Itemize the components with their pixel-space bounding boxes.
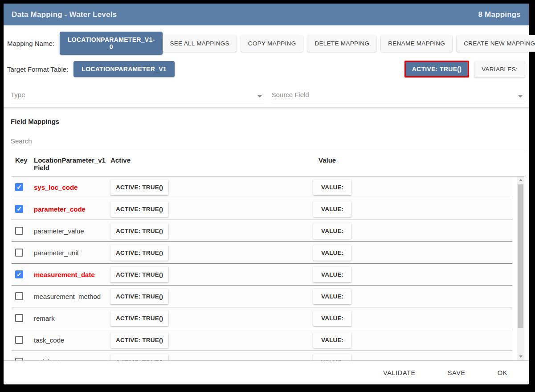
value-cell: VALUE: xyxy=(313,289,512,304)
column-header-value: Value xyxy=(313,156,524,164)
row-value-button[interactable]: VALUE: xyxy=(313,310,351,326)
mapping-name-button[interactable]: LOCATIONPARAMETER_V1-0 xyxy=(60,32,163,55)
create-new-mapping-button[interactable]: CREATE NEW MAPPING xyxy=(457,35,535,52)
key-cell xyxy=(12,314,30,322)
scrollbar-thumb[interactable] xyxy=(518,184,523,328)
row-active-button[interactable]: ACTIVE: TRUE() xyxy=(110,354,168,361)
key-cell: ✓ xyxy=(12,205,30,213)
table-row: parameter_unitACTIVE: TRUE()VALUE: xyxy=(12,242,512,264)
row-active-button[interactable]: ACTIVE: TRUE() xyxy=(110,223,168,239)
table-header: Key LocationParameter_v1 Field Active Va… xyxy=(12,150,524,176)
table-row: ✓parameter_codeACTIVE: TRUE()VALUE: xyxy=(12,198,512,220)
row-active-button[interactable]: ACTIVE: TRUE() xyxy=(110,180,168,195)
field-name-label: parameter_unit xyxy=(30,249,107,257)
row-value-button[interactable]: VALUE: xyxy=(313,332,351,348)
type-select-placeholder: Type xyxy=(11,91,25,98)
scroll-up-icon[interactable] xyxy=(517,176,524,184)
key-checkbox[interactable] xyxy=(15,227,23,235)
row-value-button[interactable]: VALUE: xyxy=(313,289,351,304)
key-checkbox[interactable] xyxy=(15,314,23,322)
row-active-button[interactable]: ACTIVE: TRUE() xyxy=(110,289,168,304)
row-active-button[interactable]: ACTIVE: TRUE() xyxy=(110,332,168,348)
search-input[interactable] xyxy=(11,137,524,145)
key-cell xyxy=(12,292,30,300)
row-value-button[interactable]: VALUE: xyxy=(313,201,351,217)
field-name-label: measurement_method xyxy=(30,293,107,300)
search-field xyxy=(11,137,524,150)
target-format-button[interactable]: LOCATIONPARAMETER_V1 xyxy=(74,61,175,77)
scroll-down-icon[interactable] xyxy=(517,353,524,360)
mapping-name-label: Mapping Name: xyxy=(7,40,54,47)
data-mapping-dialog: Data Mapping - Water Levels 8 Mappings M… xyxy=(4,4,529,384)
key-checkbox[interactable] xyxy=(15,358,23,360)
validate-button[interactable]: VALIDATE xyxy=(383,369,416,376)
row-active-button[interactable]: ACTIVE: TRUE() xyxy=(110,267,168,282)
key-cell: ✓ xyxy=(12,270,30,278)
row-value-button[interactable]: VALUE: xyxy=(313,180,351,195)
row-value-button[interactable]: VALUE: xyxy=(313,223,351,239)
column-header-field: LocationParameter_v1 Field xyxy=(30,156,107,172)
table-body: ✓sys_loc_codeACTIVE: TRUE()VALUE:✓parame… xyxy=(12,176,512,360)
key-cell xyxy=(12,249,30,257)
mapping-actions: SEE ALL MAPPINGS COPY MAPPING DELETE MAP… xyxy=(163,35,535,52)
key-cell xyxy=(12,227,30,235)
field-name-label: remark xyxy=(30,314,107,322)
active-true-button[interactable]: ACTIVE: TRUE() xyxy=(404,61,470,78)
copy-mapping-button[interactable]: COPY MAPPING xyxy=(241,35,303,52)
field-name-label: measurement_date xyxy=(30,271,107,278)
footer-bar: VALIDATE SAVE OK xyxy=(4,360,529,384)
see-all-mappings-button[interactable]: SEE ALL MAPPINGS xyxy=(163,35,236,52)
ok-button[interactable]: OK xyxy=(498,369,507,376)
table-scroll-area: ✓sys_loc_codeACTIVE: TRUE()VALUE:✓parame… xyxy=(4,176,529,360)
toolbar-right-group: ACTIVE: TRUE() VARIABLES: xyxy=(404,61,525,78)
field-mappings-panel: Field Mappings Key LocationParameter_v1 … xyxy=(4,107,529,360)
field-name-label: sys_loc_code xyxy=(30,184,107,191)
value-cell: VALUE: xyxy=(313,223,512,239)
table-row: ✓sys_loc_codeACTIVE: TRUE()VALUE: xyxy=(12,176,512,198)
table-row: measurement_methodACTIVE: TRUE()VALUE: xyxy=(12,286,512,307)
title-bar: Data Mapping - Water Levels 8 Mappings xyxy=(4,4,529,25)
target-format-label: Target Format Table: xyxy=(7,65,68,73)
save-button[interactable]: SAVE xyxy=(448,369,466,376)
column-header-active: Active xyxy=(107,156,313,164)
scrollbar[interactable] xyxy=(517,176,524,360)
key-checkbox[interactable] xyxy=(15,292,23,300)
key-checkbox-checked[interactable]: ✓ xyxy=(15,183,23,191)
value-cell: VALUE: xyxy=(313,201,512,217)
value-cell: VALUE: xyxy=(313,267,512,282)
key-checkbox-checked[interactable]: ✓ xyxy=(15,270,23,278)
delete-mapping-button[interactable]: DELETE MAPPING xyxy=(307,35,376,52)
row-value-button[interactable]: VALUE: xyxy=(313,354,351,361)
mapping-name-row: Mapping Name: LOCATIONPARAMETER_V1-0 SEE… xyxy=(7,32,525,55)
key-checkbox-checked[interactable]: ✓ xyxy=(15,205,23,213)
key-checkbox[interactable] xyxy=(15,249,23,257)
chevron-down-icon xyxy=(518,95,523,98)
field-mappings-heading: Field Mappings xyxy=(4,107,529,125)
target-format-row: Target Format Table: LOCATIONPARAMETER_V… xyxy=(7,61,525,78)
key-checkbox[interactable] xyxy=(15,336,23,344)
row-value-button[interactable]: VALUE: xyxy=(313,245,351,261)
filter-row: Type Source Field xyxy=(4,78,529,103)
field-name-label: parameter_value xyxy=(30,227,107,235)
value-cell: VALUE: xyxy=(313,310,512,326)
row-active-button[interactable]: ACTIVE: TRUE() xyxy=(110,310,168,326)
key-cell xyxy=(12,358,30,360)
key-cell: ✓ xyxy=(12,183,30,191)
row-active-button[interactable]: ACTIVE: TRUE() xyxy=(110,245,168,261)
mappings-count-badge: 8 Mappings xyxy=(478,10,521,19)
source-field-select[interactable]: Source Field xyxy=(272,89,525,103)
table-row: parameter_valueACTIVE: TRUE()VALUE: xyxy=(12,220,512,242)
type-select[interactable]: Type xyxy=(11,89,264,103)
value-cell: VALUE: xyxy=(313,245,512,261)
column-header-key: Key xyxy=(12,156,30,164)
row-value-button[interactable]: VALUE: xyxy=(313,267,351,282)
row-active-button[interactable]: ACTIVE: TRUE() xyxy=(110,201,168,217)
page-title: Data Mapping - Water Levels xyxy=(12,10,117,19)
key-cell xyxy=(12,336,30,344)
field-name-label: activity_type xyxy=(30,358,107,361)
variables-button[interactable]: VARIABLES: xyxy=(474,61,525,78)
value-cell: VALUE: xyxy=(313,354,512,361)
chevron-down-icon xyxy=(257,95,262,98)
toolbar: Mapping Name: LOCATIONPARAMETER_V1-0 SEE… xyxy=(4,25,529,78)
rename-mapping-button[interactable]: RENAME MAPPING xyxy=(381,35,452,52)
